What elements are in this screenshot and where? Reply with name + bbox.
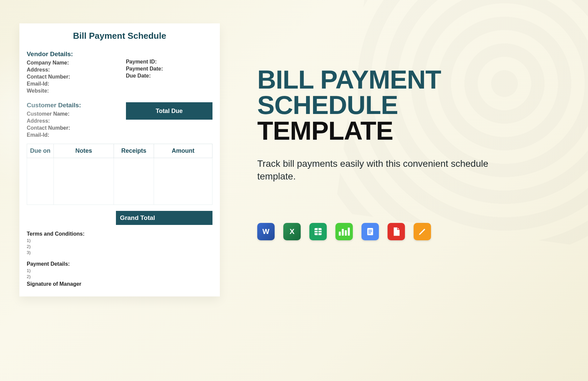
payment-details-item-1: 1) [27,268,212,273]
payment-date-label: Payment Date: [126,66,212,72]
hero-pane: BILL PAYMENT SCHEDULE TEMPLATE Track bil… [227,0,588,381]
th-amount: Amount [154,144,212,158]
vendor-contact-label: Contact Number: [27,74,123,80]
vendor-email-label: Email-Id: [27,81,123,87]
hero-line-3: TEMPLATE [257,118,558,143]
excel-icon-label: X [290,227,295,236]
customer-heading: Customer Details: [27,102,123,109]
terms-item-1: 1) [27,238,212,243]
doc-lines-icon [366,227,375,236]
terms-heading: Terms and Conditions: [27,231,212,237]
word-icon-label: W [263,227,270,236]
hero-line-2: SCHEDULE [257,92,558,118]
pen-icon [417,227,427,237]
th-receipts: Receipts [114,144,154,158]
table-header-row: Due on Notes Receipts Amount [27,144,212,158]
hero-subtitle: Track bill payments easily with this con… [257,157,498,183]
payment-details-heading: Payment Details: [27,261,212,267]
customer-email-label: Email-Id: [27,132,123,138]
total-due-box: Total Due [126,102,212,120]
payment-id-label: Payment ID: [126,59,212,65]
vendor-website-label: Website: [27,88,123,94]
google-sheets-icon[interactable] [309,223,327,240]
hero-title: BILL PAYMENT SCHEDULE TEMPLATE [257,67,558,143]
vendor-heading: Vendor Details: [27,50,123,58]
document-preview: Bill Payment Schedule Vendor Details: Co… [19,23,220,296]
pdf-icon[interactable] [388,223,405,240]
doc-title: Bill Payment Schedule [27,31,212,41]
grand-total-row: Grand Total [27,211,212,225]
vendor-payment-row: Vendor Details: Company Name: Address: C… [27,49,212,95]
signature-label: Signature of Manager [27,281,212,287]
cell-receipts [114,158,154,205]
customer-name-label: Customer Name: [27,111,123,117]
th-due-on: Due on [27,144,54,158]
due-date-label: Due Date: [126,73,212,79]
apple-numbers-icon[interactable] [335,223,353,240]
customer-total-row: Customer Details: Customer Name: Address… [27,100,212,139]
customer-contact-label: Contact Number: [27,125,123,131]
schedule-table: Due on Notes Receipts Amount [27,144,212,205]
table-row [27,158,212,205]
format-icon-row: W X [257,223,558,240]
google-docs-icon[interactable] [361,223,379,240]
excel-icon[interactable]: X [283,223,301,240]
cell-notes [54,158,114,205]
sheets-grid-icon [313,227,323,236]
pdf-glyph-icon [391,227,401,237]
payment-details-item-2: 2) [27,274,212,279]
vendor-address-label: Address: [27,67,123,73]
terms-item-3: 3) [27,250,212,255]
th-notes: Notes [54,144,114,158]
bars-icon [339,228,350,236]
grand-total-label: Grand Total [116,211,212,225]
terms-item-2: 2) [27,244,212,249]
hero-line-1: BILL PAYMENT [257,67,558,92]
apple-pages-icon[interactable] [414,223,431,240]
cell-amount [154,158,212,205]
customer-address-label: Address: [27,118,123,124]
template-preview-pane: Bill Payment Schedule Vendor Details: Co… [0,0,227,381]
vendor-company-label: Company Name: [27,60,123,66]
cell-due [27,158,54,205]
word-icon[interactable]: W [257,223,275,240]
